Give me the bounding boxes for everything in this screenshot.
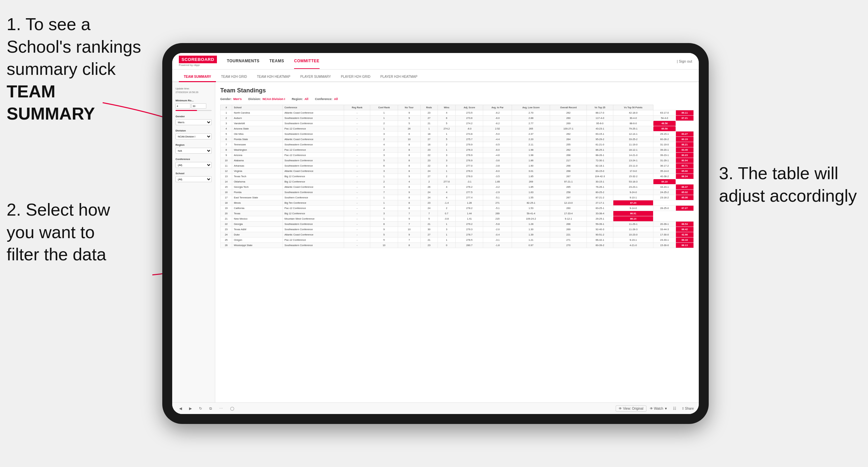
- table-cell: 5: [370, 238, 398, 243]
- table-cell: Alabama: [232, 158, 283, 163]
- watch-button[interactable]: 👁 Watch ▼: [650, 407, 668, 410]
- table-row: 13Texas TechBig 12 Conference-19272276.0…: [221, 174, 694, 179]
- table-cell: 1: [437, 222, 455, 227]
- table-cell: 277.0: [456, 163, 483, 168]
- table-row: 22GeorgiaSoutheastern Conference-8721127…: [221, 222, 694, 227]
- col-school: School: [232, 105, 283, 110]
- sub-tabs: TEAM SUMMARY TEAM H2H GRID TEAM H2H HEAT…: [172, 69, 699, 82]
- table-cell: Southeastern Conference: [282, 131, 344, 137]
- table-cell: 9-12-1: [550, 216, 587, 222]
- table-cell: 0: [437, 243, 455, 248]
- view-original-button[interactable]: 👁 View: Original: [616, 405, 646, 412]
- table-cell: 260: [550, 206, 587, 211]
- table-cell: 86.14: [613, 216, 653, 222]
- toolbar-refresh-btn[interactable]: ↻: [197, 405, 204, 412]
- table-cell: 14-21-0: [613, 153, 653, 158]
- table-cell: 24: [421, 206, 438, 211]
- table-cell: -: [344, 222, 370, 227]
- table-cell: 2.88: [512, 116, 550, 121]
- col-avg-par: Avg. to Par: [483, 105, 512, 110]
- toolbar-clock-btn[interactable]: ◯: [228, 405, 236, 412]
- table-cell: -: [344, 147, 370, 153]
- tab-player-h2h-grid[interactable]: PLAYER H2H GRID: [336, 72, 375, 82]
- table-cell: Mississippi State: [232, 243, 283, 248]
- table-cell: 24: [421, 168, 438, 174]
- table-row: 21New MexicoMountain West Conference-195…: [221, 216, 694, 222]
- toolbar-forward-btn[interactable]: ▶: [187, 405, 194, 412]
- table-cell: 83-25-1: [587, 206, 613, 211]
- table-filter-conference: Conference: All: [315, 97, 338, 101]
- step3-text: 3. The table will: [719, 164, 838, 183]
- col-rnds: Rnds: [421, 105, 438, 110]
- table-cell: 4-21-0: [613, 243, 653, 248]
- table-cell: 10: [398, 137, 421, 142]
- min-rounds-min-input[interactable]: [176, 103, 190, 108]
- table-cell: -1.8: [483, 243, 512, 248]
- toolbar-grid-btn[interactable]: ☷: [671, 405, 678, 412]
- table-cell: 11-29-1: [613, 222, 653, 227]
- table-cell: 23-16-2: [653, 195, 676, 200]
- nav-committee[interactable]: COMMITTEE: [294, 54, 319, 69]
- table-cell: Texas A&M: [232, 227, 283, 232]
- toolbar-more-btn[interactable]: ⋯: [217, 405, 225, 412]
- table-cell: 17: [221, 195, 232, 200]
- tab-player-h2h-heatmap[interactable]: PLAYER H2H HEATMAP: [375, 72, 422, 82]
- tab-team-h2h-grid[interactable]: TEAM H2H GRID: [216, 72, 252, 82]
- table-cell: 63-15-1: [587, 131, 613, 137]
- table-row: 9ArizonaPac-12 Conference-38223276.9-4.6…: [221, 153, 694, 158]
- table-cell: 278.2: [456, 206, 483, 211]
- gender-select[interactable]: Men's Women's: [176, 119, 212, 125]
- table-cell: 80.71: [676, 163, 693, 168]
- min-rounds-max-input[interactable]: [191, 103, 206, 108]
- table-cell: 277.4: [456, 195, 483, 200]
- tab-team-summary[interactable]: TEAM SUMMARY: [179, 72, 216, 82]
- table-cell: -: [344, 206, 370, 211]
- table-row: 11ArkansasSoutheastern Conference-682232…: [221, 163, 694, 168]
- nav-teams[interactable]: TEAMS: [270, 54, 284, 69]
- table-cell: -0.8: [437, 216, 455, 222]
- table-cell: 9: [221, 153, 232, 158]
- table-cell: -: [344, 116, 370, 121]
- table-cell: -: [344, 142, 370, 147]
- table-cell: 7: [370, 190, 398, 195]
- conference-select[interactable]: (All): [176, 162, 212, 168]
- toolbar-copy-btn[interactable]: ⧉: [207, 405, 214, 412]
- table-cell: 268: [550, 153, 587, 158]
- table-cell: 8: [370, 222, 398, 227]
- table-cell: 6: [370, 163, 398, 168]
- tab-team-h2h-heatmap[interactable]: TEAM H2H HEATMAP: [252, 72, 296, 82]
- table-cell: -6.2: [483, 121, 512, 126]
- table-cell: 24: [421, 190, 438, 195]
- table-cell: 8: [398, 158, 421, 163]
- share-button[interactable]: ⇧ Share: [682, 407, 694, 410]
- toolbar-back-btn[interactable]: ◀: [177, 405, 184, 412]
- table-cell: 1: [437, 238, 455, 243]
- tab-player-summary[interactable]: PLAYER SUMMARY: [296, 72, 336, 82]
- sign-out-link[interactable]: | Sign out: [677, 59, 692, 63]
- table-cell: 97-21-1: [550, 179, 587, 185]
- table-cell: 5: [437, 121, 455, 126]
- table-cell: 16: [221, 190, 232, 195]
- table-cell: 275.7: [456, 137, 483, 142]
- table-cell: 27: [421, 116, 438, 121]
- table-cell: 7: [398, 211, 421, 216]
- table-cell: 274.8: [456, 131, 483, 137]
- table-cell: 27: [421, 174, 438, 179]
- nav-tournaments[interactable]: TOURNAMENTS: [227, 54, 260, 69]
- table-cell: Texas Tech: [232, 174, 283, 179]
- table-cell: 4: [437, 190, 455, 195]
- col-no-tour: No Tour: [398, 105, 421, 110]
- table-cell: -: [344, 137, 370, 142]
- region-select[interactable]: N/A East West: [176, 148, 212, 154]
- table-cell: 61-21-0: [587, 142, 613, 147]
- school-select[interactable]: (All): [176, 176, 212, 182]
- table-cell: -6.2: [483, 110, 512, 116]
- table-cell: Southeastern Conference: [282, 227, 344, 232]
- table-cell: 26: [421, 185, 438, 190]
- table-cell: 8: [398, 195, 421, 200]
- division-select[interactable]: NCAA Division I NCAA Division II NCAA Di…: [176, 133, 212, 139]
- col-wins: Wins: [437, 105, 455, 110]
- table-cell: 20: [221, 211, 232, 216]
- table-cell: Big 12 Conference: [282, 179, 344, 185]
- table-cell: 276.2: [456, 185, 483, 190]
